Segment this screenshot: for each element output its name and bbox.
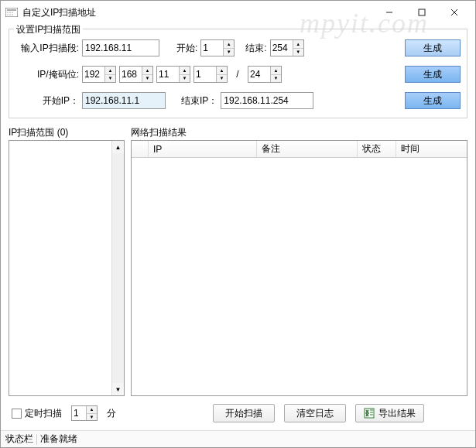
scan-range-group: 设置IP扫描范围 输入IP扫描段: 开始: ▲▼ 结束: ▲▼ 生成 bbox=[9, 29, 467, 118]
bottom-bar: 定时扫描 ▲▼ 分 开始扫描 清空日志 导出结果 bbox=[9, 396, 467, 430]
endip-label: 结束IP： bbox=[181, 94, 217, 108]
start-scan-button[interactable]: 开始扫描 bbox=[213, 404, 275, 422]
result-title: 网络扫描结果 bbox=[131, 126, 467, 140]
octet2-spinner[interactable]: ▲▼ bbox=[119, 66, 153, 83]
col-status[interactable]: 状态 bbox=[358, 141, 396, 157]
maskbits-spinner[interactable]: ▲▼ bbox=[248, 66, 282, 83]
endip-input[interactable] bbox=[221, 92, 313, 109]
checkbox-box[interactable] bbox=[12, 409, 22, 419]
result-panel: 网络扫描结果 IP 备注 状态 时间 bbox=[131, 126, 467, 396]
spinner-up-icon[interactable]: ▲ bbox=[224, 40, 234, 49]
excel-icon bbox=[364, 408, 375, 419]
end-spinner[interactable]: ▲▼ bbox=[270, 39, 304, 56]
start-spinner[interactable]: ▲▼ bbox=[200, 39, 235, 56]
startip-label: 开始IP： bbox=[15, 94, 79, 108]
status-bar: 状态栏 准备就绪 bbox=[1, 430, 475, 447]
minimize-button[interactable] bbox=[373, 2, 406, 23]
octet3-spinner[interactable]: ▲▼ bbox=[156, 66, 190, 83]
col-blank[interactable] bbox=[132, 141, 149, 157]
timed-scan-checkbox[interactable]: 定时扫描 bbox=[12, 407, 62, 420]
svg-rect-9 bbox=[419, 9, 425, 15]
start-label: 开始: bbox=[176, 42, 197, 55]
svg-point-5 bbox=[7, 14, 8, 15]
group-title: 设置IP扫描范围 bbox=[14, 23, 83, 36]
statusbar-separator bbox=[36, 434, 37, 445]
svg-rect-0 bbox=[5, 8, 18, 17]
col-remark[interactable]: 备注 bbox=[257, 141, 358, 157]
generate-button-2[interactable]: 生成 bbox=[405, 66, 461, 83]
svg-point-3 bbox=[9, 12, 10, 12]
scrollbar[interactable]: ▲ ▼ bbox=[111, 141, 124, 395]
startip-input[interactable] bbox=[82, 92, 166, 109]
octet1-spinner[interactable]: ▲▼ bbox=[82, 66, 116, 83]
scroll-down-icon[interactable]: ▼ bbox=[112, 383, 124, 395]
end-label: 结束: bbox=[245, 42, 266, 55]
ip-range-panel: IP扫描范围 (0) ▲ ▼ bbox=[9, 126, 125, 396]
result-table[interactable]: IP 备注 状态 时间 bbox=[131, 140, 467, 396]
ip-range-title: IP扫描范围 (0) bbox=[9, 126, 125, 140]
scroll-up-icon[interactable]: ▲ bbox=[112, 141, 124, 153]
maximize-button[interactable] bbox=[406, 2, 438, 23]
timed-scan-label: 定时扫描 bbox=[25, 407, 62, 420]
spinner-down-icon[interactable]: ▼ bbox=[293, 49, 303, 56]
generate-button-1[interactable]: 生成 bbox=[405, 39, 461, 56]
start-spinner-input[interactable] bbox=[201, 40, 223, 56]
statusbar-label: 状态栏 bbox=[5, 433, 33, 446]
segment-input[interactable] bbox=[82, 39, 159, 56]
window-title: 自定义IP扫描地址 bbox=[22, 6, 373, 19]
svg-point-4 bbox=[12, 12, 12, 12]
svg-point-7 bbox=[12, 14, 12, 15]
close-button[interactable] bbox=[438, 2, 471, 23]
clear-log-button[interactable]: 清空日志 bbox=[284, 404, 346, 422]
export-button[interactable]: 导出结果 bbox=[355, 404, 424, 422]
mask-label: IP/掩码位: bbox=[15, 68, 79, 81]
interval-spinner[interactable]: ▲▼ bbox=[71, 405, 98, 421]
svg-point-6 bbox=[9, 14, 10, 15]
spinner-up-icon[interactable]: ▲ bbox=[293, 40, 303, 49]
col-ip[interactable]: IP bbox=[149, 141, 257, 157]
col-time[interactable]: 时间 bbox=[396, 141, 467, 157]
interval-unit: 分 bbox=[107, 407, 116, 420]
slash-label: / bbox=[231, 69, 245, 80]
statusbar-text: 准备就绪 bbox=[40, 433, 77, 446]
svg-point-2 bbox=[7, 12, 8, 12]
end-spinner-input[interactable] bbox=[271, 40, 293, 56]
segment-label: 输入IP扫描段: bbox=[15, 42, 79, 55]
ip-range-list[interactable]: ▲ ▼ bbox=[9, 140, 125, 396]
title-bar: 自定义IP扫描地址 bbox=[1, 1, 475, 24]
app-icon bbox=[5, 7, 18, 18]
spinner-down-icon[interactable]: ▼ bbox=[224, 49, 234, 56]
generate-button-3[interactable]: 生成 bbox=[405, 92, 461, 109]
octet4-spinner[interactable]: ▲▼ bbox=[193, 66, 228, 83]
